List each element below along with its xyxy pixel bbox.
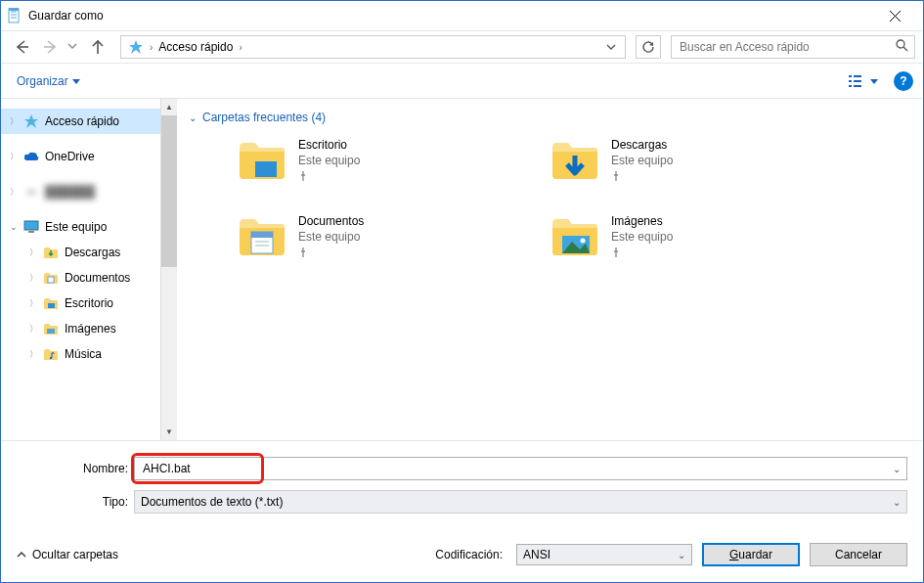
sidebar-label: OneDrive	[42, 150, 95, 163]
svg-rect-23	[48, 277, 54, 283]
address-bar[interactable]: › Acceso rápido ›	[120, 35, 626, 59]
documents-icon	[42, 269, 60, 287]
scrollbar-thumb[interactable]	[161, 115, 177, 267]
arrow-right-icon	[42, 38, 60, 56]
cloud-icon	[22, 148, 40, 165]
user-icon: ▪▪	[22, 183, 40, 201]
view-icon	[849, 74, 866, 88]
sidebar-item-desktop[interactable]: 〉 Escritorio	[1, 291, 177, 316]
svg-rect-15	[849, 80, 852, 82]
svg-rect-16	[854, 80, 861, 82]
chevron-up-icon	[17, 550, 26, 560]
expand-icon[interactable]: 〉	[7, 115, 21, 128]
svg-point-10	[897, 40, 904, 48]
up-button[interactable]	[85, 34, 110, 60]
folder-name: Escritorio	[298, 138, 360, 152]
svg-rect-21	[24, 221, 38, 230]
cancel-button[interactable]: Cancelar	[810, 543, 907, 566]
svg-rect-27	[255, 161, 277, 177]
chevron-down-icon: ⌄	[678, 550, 685, 561]
music-icon	[42, 345, 60, 363]
sidebar-item-this-pc[interactable]: ⌄ Este equipo	[1, 214, 177, 240]
sidebar-item-user[interactable]: 〉 ▪▪ ██████	[1, 179, 177, 204]
sidebar-scrollbar[interactable]: ▲ ▼	[160, 99, 177, 440]
sidebar-label: Descargas	[62, 246, 120, 259]
address-dropdown[interactable]	[600, 42, 622, 52]
sidebar-item-music[interactable]: 〉 Música	[1, 341, 177, 367]
sidebar-item-documents[interactable]: 〉 Documentos	[1, 265, 177, 291]
chevron-down-icon	[606, 42, 616, 52]
sidebar-item-pictures[interactable]: 〉 Imágenes	[1, 316, 177, 341]
sidebar-item-onedrive[interactable]: 〉 OneDrive	[1, 144, 177, 169]
forward-button[interactable]	[38, 34, 64, 60]
svg-line-11	[903, 47, 907, 51]
search-box[interactable]	[671, 35, 915, 59]
sidebar-item-quick-access[interactable]: 〉 Acceso rápido	[1, 109, 177, 134]
search-input[interactable]	[678, 39, 896, 55]
collapse-icon[interactable]: ⌄	[7, 222, 21, 232]
chevron-down-icon: ⌄	[189, 112, 197, 123]
arrow-left-icon	[13, 38, 30, 56]
sidebar-item-downloads[interactable]: 〉 Descargas	[1, 240, 177, 265]
sidebar-label: ██████	[42, 185, 95, 199]
folder-item-downloads[interactable]: Descargas Este equipo	[550, 138, 824, 187]
chevron-down-icon	[72, 77, 80, 85]
folder-icon	[238, 138, 286, 187]
view-options-button[interactable]	[849, 74, 878, 88]
save-label: Guardar	[729, 548, 772, 561]
group-header[interactable]: ⌄ Carpetas frecuentes (4)	[189, 111, 911, 124]
pin-icon	[611, 171, 673, 183]
encoding-select[interactable]: ANSI ⌄	[516, 544, 692, 565]
expand-icon[interactable]: 〉	[26, 272, 40, 285]
save-as-dialog: Guardar como › Acceso rápido ›	[0, 0, 924, 583]
expand-icon[interactable]: 〉	[7, 186, 21, 199]
group-header-label: Carpetas frecuentes (4)	[202, 111, 326, 124]
folder-icon	[550, 138, 599, 187]
scroll-up-icon[interactable]: ▲	[161, 99, 177, 115]
cancel-label: Cancelar	[835, 548, 882, 561]
chevron-down-icon[interactable]: ⌄	[893, 464, 901, 474]
folder-location: Este equipo	[298, 230, 364, 244]
chevron-down-icon	[870, 77, 878, 85]
svg-rect-18	[854, 85, 861, 87]
filetype-select[interactable]: Documentos de texto (*.txt) ⌄	[134, 490, 907, 514]
filename-input[interactable]	[141, 461, 893, 476]
chevron-right-icon: ›	[237, 42, 243, 53]
folder-location: Este equipo	[611, 154, 673, 167]
breadcrumb-root[interactable]	[124, 36, 148, 58]
filename-form: Nombre: ⌄ Tipo: Documentos de texto (*.t…	[1, 441, 923, 531]
folder-item-desktop[interactable]: Escritorio Este equipo	[238, 138, 511, 187]
svg-rect-29	[251, 232, 273, 238]
downloads-icon	[42, 244, 60, 261]
folder-item-pictures[interactable]: Imágenes Este equipo	[550, 214, 824, 263]
recent-locations-button[interactable]	[67, 40, 81, 54]
chevron-right-icon: ›	[148, 42, 154, 53]
close-button[interactable]	[873, 2, 917, 29]
expand-icon[interactable]: 〉	[26, 247, 40, 259]
svg-marker-8	[129, 40, 143, 54]
expand-icon[interactable]: 〉	[26, 348, 40, 361]
expand-icon[interactable]: 〉	[26, 297, 40, 310]
organize-button[interactable]: Organizar	[11, 70, 86, 92]
search-icon	[896, 39, 908, 55]
pin-icon	[298, 171, 360, 183]
star-icon	[22, 112, 40, 130]
close-icon	[890, 11, 901, 22]
filename-label: Nombre:	[17, 462, 134, 475]
svg-point-34	[581, 239, 586, 244]
scroll-down-icon[interactable]: ▼	[161, 424, 177, 440]
breadcrumb-segment[interactable]: Acceso rápido	[154, 36, 237, 58]
chevron-down-icon: ⌄	[893, 497, 901, 508]
svg-rect-4	[9, 8, 19, 11]
folder-item-documents[interactable]: Documentos Este equipo	[238, 214, 511, 263]
back-button[interactable]	[9, 34, 34, 60]
svg-rect-22	[28, 231, 34, 233]
organize-label: Organizar	[17, 74, 68, 88]
expand-icon[interactable]: 〉	[7, 151, 21, 163]
save-button[interactable]: Guardar	[702, 543, 800, 566]
svg-rect-0	[9, 9, 19, 22]
help-button[interactable]: ?	[894, 71, 913, 91]
hide-folders-button[interactable]: Ocultar carpetas	[17, 548, 118, 561]
refresh-button[interactable]	[636, 35, 661, 59]
expand-icon[interactable]: 〉	[26, 323, 40, 336]
